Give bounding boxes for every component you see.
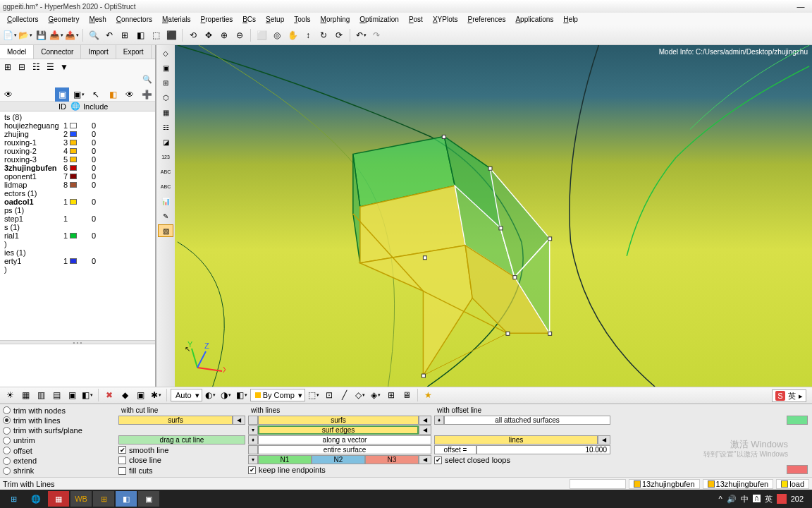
filter-icon[interactable]: ▼ [58,61,70,73]
minimize-button[interactable]: — [795,2,806,11]
eye-icon[interactable]: 👁 [123,87,137,102]
d7-icon[interactable]: ✖ [102,388,116,402]
n2-button[interactable]: N2 [312,455,365,464]
hand-button[interactable]: ✋ [285,28,300,42]
snap-button[interactable]: ⊞ [118,28,132,42]
menu-materials[interactable]: Materials [158,14,195,25]
d4-icon[interactable]: ▤ [49,388,63,402]
cycle-button[interactable]: ⟳ [332,28,346,42]
geom-icon[interactable]: ◇ [158,47,173,59]
ime-arrow-icon[interactable]: ▸ [799,392,803,401]
radio-icon[interactable] [3,427,11,435]
pencil-icon[interactable]: ✎ [158,210,173,222]
action-button-1[interactable] [787,416,808,425]
task-app1[interactable]: ▦ [48,491,69,507]
tree-row[interactable]: zhujing20 [1,130,154,138]
expand-icon[interactable]: ⊞ [1,61,14,73]
close-line-check[interactable] [118,456,126,464]
ime-lang[interactable]: 英 [788,391,796,401]
rotate-button[interactable]: ⟲ [186,28,200,42]
menu-post[interactable]: Post [405,14,427,25]
mode-radio-trim-with-nodes[interactable]: trim with nodes [3,406,116,415]
undo-button[interactable]: ↶ [102,28,116,42]
d2-icon[interactable]: ▦ [18,388,32,402]
tree-row[interactable]: oadcol110 [1,198,154,206]
zoom-in-button[interactable]: ⊕ [217,28,231,42]
mode-radio-extend[interactable]: extend [3,456,116,465]
surfs2-selector[interactable]: surfs [258,416,419,425]
pointer-icon[interactable]: ↖ [89,87,103,102]
drag-cutline-button[interactable]: drag a cut line [118,435,245,445]
radio-icon[interactable] [3,447,11,454]
fit-button[interactable]: ⬜ [254,28,269,42]
pan-button[interactable]: ✥ [202,28,216,42]
radio-icon[interactable] [3,467,11,475]
task-edge[interactable]: 🌐 [25,491,47,507]
surfedges-reset[interactable]: ◀ [419,425,431,435]
menu-geometry[interactable]: Geometry [44,14,83,25]
menu-bcs[interactable]: BCs [238,14,260,25]
tree-row[interactable]: ) [1,240,154,248]
surfs-selector[interactable]: surfs [118,416,233,425]
menu-preferences[interactable]: Preferences [463,14,510,25]
menu-morphing[interactable]: Morphing [316,14,355,25]
mode-radio-offset[interactable]: offset [3,446,116,455]
n-switch[interactable]: ▾ [248,455,258,464]
tree-row[interactable]: ts (8) [1,113,154,121]
tab-import[interactable]: Import [81,45,116,59]
filter1-icon[interactable]: ▣ [55,87,69,102]
screen-icon[interactable]: 🖥 [400,388,414,402]
mode-radio-untrim[interactable]: untrim [3,436,116,445]
smooth-line-check[interactable]: ✔ [118,446,126,454]
entire-surface-field[interactable]: entire surface [258,445,431,454]
tree-row[interactable]: s (1) [1,223,154,231]
surfedges-selector[interactable]: surf edges [258,425,419,435]
zoom-window-button[interactable]: 🔍 [87,28,101,42]
redo2-button[interactable]: ↷ [369,28,383,42]
keep-endpoints-check[interactable]: ✔ [248,466,256,474]
ortho-button[interactable]: ◧ [133,28,147,42]
tree-row[interactable]: rial110 [1,231,154,240]
tree-row[interactable]: rouxing-350 [1,155,154,164]
tab-export[interactable]: Export [116,45,152,59]
tab-model[interactable]: Model [0,45,34,59]
zoom-out-button[interactable]: ⊖ [233,28,247,42]
auto-dropdown[interactable]: Auto▾ [171,389,202,401]
save-button[interactable]: 💾 [34,28,48,42]
n1-button[interactable]: N1 [258,455,312,464]
d1-icon[interactable]: ☀ [3,388,17,402]
shade2-icon[interactable]: ◑▾ [219,388,233,402]
wire1-icon[interactable]: ⬚▾ [307,388,321,402]
task-app3[interactable]: ⊞ [93,491,114,507]
d9-icon[interactable]: ▣ [133,388,147,402]
vector-switch[interactable]: ♦ [248,435,258,445]
star-icon[interactable]: ★ [422,388,436,402]
view2-button[interactable]: ⬛ [164,28,178,42]
tree-icon[interactable]: ☰ [44,61,56,73]
menu-xyplots[interactable]: XYPlots [429,14,462,25]
abc1-icon[interactable]: ☷ [158,121,173,133]
surface-edit-icon[interactable]: ▧ [158,224,173,237]
new-button[interactable]: 📄▾ [3,28,17,42]
mode-radio-trim-with-lines[interactable]: trim with lines [3,416,116,425]
d5-icon[interactable]: ▣ [65,388,79,402]
closed-loops-check[interactable]: ✔ [434,456,442,464]
d10-icon[interactable]: ✱▾ [149,388,163,402]
task-app2[interactable]: WB [70,491,92,507]
add-icon[interactable]: ➕ [140,87,154,102]
menu-setup[interactable]: Setup [262,14,288,25]
tree-row[interactable]: ies (1) [1,248,154,257]
menu-connectors[interactable]: Connectors [112,14,156,25]
fill-cuts-check[interactable] [118,467,126,475]
elem-icon[interactable]: ▦ [158,106,173,119]
surfs2-switch[interactable] [248,416,258,425]
radio-icon[interactable] [3,406,11,414]
menu-tools[interactable]: Tools [290,14,314,25]
undo2-button[interactable]: ↶▾ [354,28,368,42]
persp-icon[interactable]: ◇▾ [353,388,367,402]
d8-icon[interactable]: ◆ [118,388,132,402]
grid-icon[interactable]: ⊞ [384,388,398,402]
menu-mesh[interactable]: Mesh [85,14,110,25]
menu-properties[interactable]: Properties [197,14,238,25]
abc3-icon[interactable]: ABC [158,180,173,193]
